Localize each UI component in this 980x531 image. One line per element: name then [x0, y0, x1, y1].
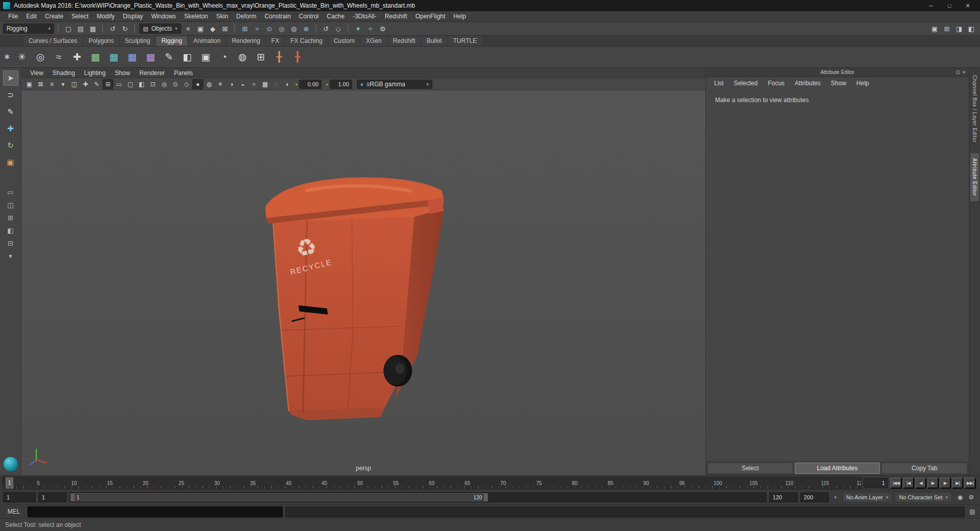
grease-pencil-icon[interactable]: ✎ — [91, 79, 102, 89]
multisample-icon[interactable]: ▩ — [260, 79, 271, 89]
ipr-render-icon[interactable]: ✧ — [365, 23, 376, 34]
select-by-object-type-icon[interactable]: ▣ — [195, 23, 206, 34]
rotate-tool-icon[interactable]: ↻ — [3, 138, 18, 153]
menu-item[interactable]: OpenFlight — [411, 11, 450, 21]
panel-menu-item[interactable]: Show — [110, 69, 135, 77]
safe-title-icon[interactable]: ⊙ — [170, 79, 181, 89]
shaded-icon[interactable]: ● — [192, 79, 203, 89]
toolbar-grip[interactable] — [102, 25, 104, 33]
render-current-frame-icon[interactable]: ✦ — [353, 23, 364, 34]
menu-item[interactable]: -3DtoAll- — [349, 11, 381, 21]
move-tool-icon[interactable]: ✚ — [3, 121, 18, 136]
animation-start-field[interactable]: 1 — [3, 492, 36, 502]
menu-item[interactable]: Skeleton — [180, 11, 212, 21]
construction-history-icon[interactable]: ↺ — [321, 23, 332, 34]
menu-item[interactable]: Display — [119, 11, 147, 21]
shelf-tab[interactable]: Animation — [188, 36, 226, 46]
parent-constraint-icon[interactable]: ╂ — [271, 49, 288, 66]
lattice-icon[interactable]: ⊞ — [252, 49, 270, 66]
load-attributes-button[interactable]: Load Attributes — [795, 463, 880, 474]
joint-tool-icon[interactable]: ✳ — [13, 49, 31, 66]
hypershade-layout-icon[interactable]: ⊟ — [4, 237, 18, 249]
viewport-canvas[interactable]: ♻ RECYCLE persp — [21, 90, 705, 475]
shelf-tab[interactable]: FX — [266, 36, 284, 46]
isolate-select-icon[interactable]: ◌ — [271, 79, 282, 89]
snap-together-icon[interactable]: ⊗ — [301, 23, 312, 34]
menu-item[interactable]: Modify — [92, 11, 118, 21]
select-camera-icon[interactable]: ▣ — [24, 79, 35, 89]
toolbar-grip[interactable] — [347, 25, 350, 33]
toggle-modeling-toolkit-icon[interactable]: ▣ — [929, 23, 940, 34]
lock-selection-icon[interactable]: ⊠ — [219, 23, 231, 34]
dock-icon[interactable]: ⊡ — [955, 69, 960, 75]
panel-menu-item[interactable]: Shading — [48, 69, 80, 77]
animation-preferences-icon[interactable]: ⚙ — [966, 492, 977, 502]
menu-item[interactable]: File — [4, 11, 22, 21]
menu-item[interactable]: Cache — [323, 11, 349, 21]
range-slider[interactable]: 1 120 — [69, 492, 767, 502]
script-editor-icon[interactable]: ▤ — [967, 506, 977, 517]
menu-item[interactable]: Redshift — [381, 11, 411, 21]
toggle-tool-settings-icon[interactable]: ◧ — [966, 23, 977, 34]
view-transform-selector[interactable]: ● sRGB gamma ▾ — [357, 80, 432, 89]
interactive-bind-icon[interactable]: ▦ — [105, 49, 122, 66]
point-constraint-icon[interactable]: ╂ — [289, 49, 306, 66]
resolution-gate-icon[interactable]: ▢ — [125, 79, 136, 89]
selection-mode-selector[interactable]: ▧ Objects ▾ — [139, 23, 181, 34]
shelf-tab[interactable]: Redshift — [388, 36, 421, 46]
four-pane-layout-icon[interactable]: ⊞ — [4, 212, 18, 223]
panel-menu-item[interactable]: Lighting — [80, 69, 110, 77]
menu-item[interactable]: Windows — [147, 11, 180, 21]
command-line-language-toggle[interactable]: MEL — [3, 508, 25, 515]
playback-start-field[interactable]: 1 — [38, 492, 67, 502]
command-line-input[interactable] — [28, 506, 283, 517]
open-scene-icon[interactable]: ▤ — [75, 23, 86, 34]
exposure-field[interactable]: 0.00 — [299, 80, 322, 89]
smooth-bind-icon[interactable]: ▦ — [87, 49, 104, 66]
step-back-key-button[interactable]: |◀ — [903, 477, 914, 489]
toolbar-grip[interactable] — [234, 25, 236, 33]
maximize-button[interactable]: □ — [940, 0, 959, 11]
menu-item[interactable]: Edit — [22, 11, 41, 21]
scale-tool-icon[interactable]: ▣ — [3, 155, 18, 170]
menu-item[interactable]: Constrain — [260, 11, 295, 21]
menu-item[interactable]: Select — [67, 11, 92, 21]
menu-item[interactable]: Control — [295, 11, 323, 21]
undo-icon[interactable]: ↺ — [107, 23, 118, 34]
single-pane-layout-icon[interactable]: ▭ — [4, 186, 18, 198]
attr-menu-item[interactable]: List — [709, 80, 729, 87]
gamma-field[interactable]: 1.00 — [330, 80, 352, 89]
character-set-selector[interactable]: No Character Set ▾ — [895, 492, 952, 502]
animation-end-field[interactable]: 200 — [800, 492, 829, 502]
ik-handle-tool-icon[interactable]: ◎ — [32, 49, 49, 66]
menu-item[interactable]: Create — [41, 11, 67, 21]
attr-menu-item[interactable]: Show — [826, 80, 851, 87]
menu-item[interactable]: Deform — [232, 11, 260, 21]
render-settings-icon[interactable]: ⚙ — [377, 23, 388, 34]
panel-menu-item[interactable]: Panels — [169, 69, 198, 77]
toolbar-grip[interactable] — [134, 25, 136, 33]
new-scene-icon[interactable]: ▢ — [63, 23, 74, 34]
snap-to-projected-center-icon[interactable]: ◎ — [276, 23, 287, 34]
detach-skin-icon[interactable]: ▦ — [142, 49, 159, 66]
copy-skin-weights-icon[interactable]: ▣ — [197, 49, 214, 66]
film-gate-icon[interactable]: ▭ — [114, 79, 125, 89]
cluster-icon[interactable]: ◍ — [234, 49, 251, 66]
save-scene-icon[interactable]: ▦ — [87, 23, 99, 34]
insert-joint-tool-icon[interactable]: ✚ — [68, 49, 86, 66]
lasso-tool-icon[interactable]: ⊃ — [3, 87, 18, 103]
attr-menu-item[interactable]: Focus — [763, 80, 790, 87]
menu-set-selector[interactable]: Rigging ▾ — [3, 23, 54, 34]
grid-icon[interactable]: ⊞ — [103, 79, 113, 89]
toolbar-grip[interactable] — [57, 25, 60, 33]
snap-to-curve-icon[interactable]: ≈ — [252, 23, 263, 34]
mirror-skin-weights-icon[interactable]: ◧ — [179, 49, 196, 66]
shelf-tab[interactable]: Bullet — [422, 36, 447, 46]
gate-mask-icon[interactable]: ◧ — [136, 79, 147, 89]
shelf-tab[interactable]: Sculpting — [120, 36, 155, 46]
anim-layer-selector[interactable]: No Anim Layer ▾ — [842, 492, 893, 502]
blend-shape-icon[interactable]: ◔ — [215, 49, 233, 66]
attr-menu-item[interactable]: Help — [851, 80, 874, 87]
wireframe-icon[interactable]: ◇ — [181, 79, 192, 89]
two-d-pan-zoom-icon[interactable]: ✚ — [80, 79, 91, 89]
